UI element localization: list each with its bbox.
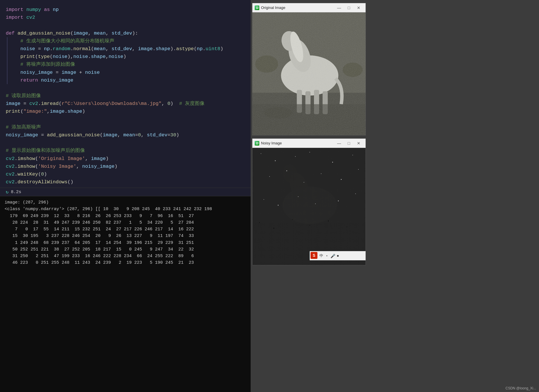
svg-point-25 (261, 153, 261, 154)
svg-point-45 (292, 219, 293, 220)
svg-point-46 (309, 225, 310, 226)
execution-time: 8.2s (11, 190, 21, 195)
svg-point-27 (295, 156, 296, 157)
noisy-window-title-left: 🖼 Noisy Image (255, 141, 282, 146)
original-window-icon: 🖼 (255, 5, 259, 10)
console-line-10: 46 223 0 251 255 248 11 243 24 239 2 19 … (5, 259, 246, 266)
code-line-21: cv2.imshow('Noisy Image', noisy_image) (6, 163, 245, 170)
svg-point-31 (269, 176, 270, 177)
original-image-content (252, 12, 366, 135)
svg-point-37 (264, 199, 264, 200)
svg-point-26 (275, 160, 276, 161)
code-line-13: image = cv2.imread(r"C:\Users\loong\Down… (6, 100, 245, 108)
svg-rect-20 (252, 148, 366, 265)
noisy-window-title: Noisy Image (261, 141, 282, 145)
code-line-blank4 (6, 139, 245, 147)
original-close-button[interactable]: ✕ (354, 4, 363, 11)
console-line-7: 1 249 248 68 239 237 64 205 17 14 254 39… (5, 240, 246, 246)
svg-point-36 (358, 169, 359, 170)
noisy-horse-svg: S 中 • 🎤 ■ (252, 148, 366, 265)
svg-point-34 (321, 174, 321, 174)
noisy-image-window: 🖼 Noisy Image — □ ✕ (252, 138, 366, 265)
original-image-window: 🖼 Original Image — □ ✕ (252, 3, 366, 135)
svg-point-35 (341, 179, 342, 180)
code-line-2: import cv2 (6, 14, 245, 21)
code-line-7: print(type(noise),noise.shape,noise) (6, 53, 245, 61)
status-bar: ↻ 8.2s (0, 188, 251, 196)
original-horse-svg (252, 12, 366, 135)
code-line-19: # 显示原始图像和添加噪声后的图像 (6, 147, 245, 154)
code-line-blank2 (6, 84, 245, 92)
svg-point-38 (278, 205, 279, 206)
svg-point-28 (309, 152, 310, 152)
code-line-blank1 (6, 21, 245, 29)
svg-point-32 (286, 170, 287, 171)
code-line-6: noise = np.random.normal(mean, std_dev, … (6, 45, 245, 53)
code-line-10: return noisy_image (6, 76, 245, 84)
code-line-8: # 将噪声添加到原始图像 (6, 61, 245, 68)
svg-text:中: 中 (319, 253, 323, 258)
code-line-16: # 添加高斯噪声 (6, 123, 245, 131)
console-line-1: image: (287, 296) (5, 199, 246, 206)
code-line-23: cv2.destroyAllWindows() (6, 178, 245, 186)
svg-point-43 (259, 222, 260, 223)
code-content: import numpy as np import cv2 def add_ga… (0, 0, 251, 188)
svg-point-47 (328, 220, 329, 221)
original-minimize-button[interactable]: — (334, 4, 344, 11)
noisy-window-controls: — □ ✕ (334, 140, 363, 147)
svg-point-29 (332, 162, 333, 163)
noisy-image-content: S 中 • 🎤 ■ (252, 148, 366, 265)
code-editor: import numpy as np import cv2 def add_ga… (0, 0, 251, 392)
noisy-minimize-button[interactable]: — (334, 140, 344, 147)
svg-text:■: ■ (337, 254, 339, 257)
code-line-1: import numpy as np (6, 6, 245, 14)
code-line-blank3 (6, 116, 245, 123)
original-window-titlebar: 🖼 Original Image — □ ✕ (252, 3, 366, 12)
code-line-9: noisy_image = image + noise (6, 69, 245, 76)
code-line-17: noisy_image = add_gaussian_noise(image, … (6, 131, 245, 139)
svg-point-42 (355, 193, 356, 194)
console-line-4: 28 224 28 31 49 247 239 246 250 82 237 1… (5, 219, 246, 226)
original-maximize-button[interactable]: □ (344, 4, 353, 11)
code-line-5: # 生成与图像大小相同的高斯分布随机噪声 (6, 37, 245, 45)
console-line-5: 7 0 17 55 14 211 15 232 251 24 27 217 22… (5, 226, 246, 233)
svg-text:•: • (326, 254, 328, 257)
console-line-2: <class 'numpy.ndarray'> (287, 296) [[ 10… (5, 206, 246, 212)
svg-point-30 (352, 155, 353, 155)
console-line-8: 50 252 251 221 38 27 252 205 18 217 15 0… (5, 246, 246, 253)
svg-point-44 (273, 228, 274, 229)
svg-point-39 (298, 196, 298, 197)
svg-rect-14 (252, 12, 366, 135)
code-line-12: # 读取原始图像 (6, 92, 245, 100)
noisy-close-button[interactable]: ✕ (354, 140, 363, 147)
console-line-3: 179 69 249 239 12 33 8 216 26 26 253 233… (5, 213, 246, 219)
original-window-title: Original Image (261, 5, 285, 10)
csdn-watermark: CSDN @loong_Xi... (506, 386, 536, 390)
spin-icon: ↻ (6, 189, 9, 195)
original-window-title-left: 🖼 Original Image (255, 5, 285, 10)
noisy-window-titlebar: 🖼 Noisy Image — □ ✕ (252, 139, 366, 148)
right-panel: 🖼 Original Image — □ ✕ (251, 0, 539, 392)
code-line-4: def add_gaussian_noise(image, mean, std_… (6, 29, 245, 37)
svg-text:🎤: 🎤 (330, 254, 336, 259)
console-line-6: 15 30 195 3 237 228 246 254 20 9 26 13 2… (5, 233, 246, 239)
svg-point-41 (338, 201, 339, 201)
noisy-window-icon: 🖼 (255, 141, 259, 146)
console-line-9: 31 250 2 251 47 199 233 16 246 222 228 2… (5, 253, 246, 259)
code-line-14: print("image:",image.shape) (6, 108, 245, 115)
console-output: image: (287, 296) <class 'numpy.ndarray'… (0, 196, 251, 392)
original-window-controls: — □ ✕ (334, 4, 363, 11)
svg-point-33 (304, 182, 304, 182)
svg-point-48 (347, 227, 347, 227)
code-line-20: cv2.imshow('Original Image', image) (6, 155, 245, 163)
svg-point-40 (315, 203, 316, 204)
noisy-maximize-button[interactable]: □ (344, 140, 353, 147)
code-line-22: cv2.waitKey(0) (6, 170, 245, 178)
svg-text:S: S (313, 253, 315, 258)
